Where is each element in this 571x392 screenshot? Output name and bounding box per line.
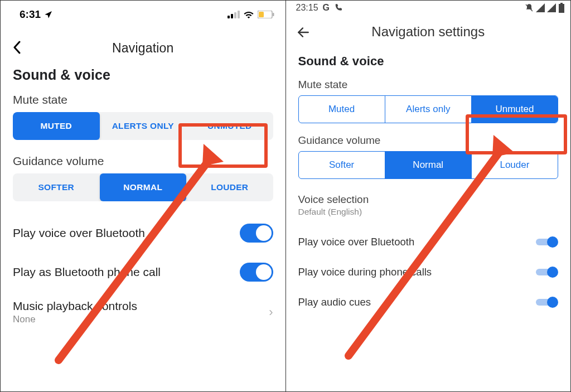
android-screen: 23:15 G Navigation settings Sound & voic…	[286, 1, 571, 391]
mute-state-label: Mute state	[1, 91, 286, 112]
page-title: Navigation	[112, 41, 174, 55]
guidance-volume-selector[interactable]: SOFTER NORMAL LOUDER	[13, 173, 273, 201]
back-button[interactable]	[13, 41, 21, 58]
bluetooth-toggle[interactable]	[240, 224, 273, 243]
row-text: Play voice over Bluetooth	[13, 226, 145, 240]
svg-marker-9	[547, 3, 556, 12]
mute-option-alerts[interactable]: ALERTS ONLY	[100, 112, 187, 140]
svg-rect-11	[560, 3, 563, 4]
voice-selection-label: Voice selection	[298, 193, 559, 206]
section-heading: Sound & voice	[286, 51, 571, 79]
svg-rect-2	[234, 12, 236, 18]
mute-state-selector[interactable]: MUTED ALERTS ONLY UNMUTED	[13, 112, 273, 140]
volume-option-softer[interactable]: Softer	[299, 152, 385, 178]
row-text: Play as Bluetooth phone call	[13, 265, 161, 279]
play-during-calls-row[interactable]: Play voice during phone calls	[286, 257, 571, 287]
music-playback-row[interactable]: Music playback controls None ›	[1, 292, 286, 333]
battery-icon	[258, 11, 274, 18]
guidance-volume-label: Guidance volume	[1, 152, 286, 173]
ios-screen: 6:31 Navigation Sound & voice Mute state…	[1, 1, 286, 391]
cell-signal-icon	[228, 11, 240, 18]
mute-state-selector[interactable]: Muted Alerts only Unmuted	[298, 95, 559, 123]
volume-option-louder[interactable]: LOUDER	[186, 173, 273, 201]
mute-option-unmuted[interactable]: Unmuted	[471, 96, 558, 123]
row-text: Play voice during phone calls	[298, 266, 432, 278]
network-icon	[536, 3, 545, 12]
svg-rect-10	[559, 4, 564, 13]
voice-selection-row[interactable]: Voice selection Default (English)	[286, 190, 571, 227]
play-audio-cues-row[interactable]: Play audio cues	[286, 287, 571, 317]
mute-icon	[525, 3, 534, 12]
svg-marker-8	[536, 3, 545, 12]
audio-cues-toggle[interactable]	[536, 297, 558, 308]
phone-icon	[334, 3, 343, 12]
play-over-bluetooth-row[interactable]: Play voice over Bluetooth	[1, 214, 286, 253]
play-as-bt-call-row[interactable]: Play as Bluetooth phone call	[1, 253, 286, 292]
row-text: Play audio cues	[298, 296, 371, 308]
music-playback-label: Music playback controls	[13, 299, 137, 313]
android-status-bar: 23:15 G	[286, 1, 571, 13]
volume-option-softer[interactable]: SOFTER	[13, 173, 100, 201]
phone-calls-toggle[interactable]	[536, 267, 558, 278]
arrow-left-icon	[296, 25, 311, 40]
volume-option-normal[interactable]: Normal	[385, 152, 471, 178]
svg-rect-5	[259, 12, 264, 17]
mute-option-alerts[interactable]: Alerts only	[385, 96, 471, 123]
bluetooth-toggle[interactable]	[536, 236, 558, 248]
row-text: Play voice over Bluetooth	[298, 236, 415, 248]
google-icon: G	[323, 3, 330, 13]
ios-status-bar: 6:31	[1, 1, 286, 24]
volume-option-normal[interactable]: NORMAL	[100, 173, 187, 201]
volume-option-louder[interactable]: Louder	[471, 152, 558, 178]
chevron-left-icon	[13, 41, 21, 54]
music-playback-value: None	[13, 314, 137, 325]
guidance-volume-label: Guidance volume	[286, 134, 571, 151]
battery-icon	[558, 3, 565, 13]
chevron-right-icon: ›	[269, 305, 273, 320]
svg-rect-3	[238, 11, 240, 18]
section-heading: Sound & voice	[1, 67, 286, 91]
location-icon	[44, 10, 53, 19]
svg-rect-1	[231, 14, 233, 18]
ios-time: 6:31	[20, 8, 41, 21]
signal-icon	[547, 3, 556, 12]
mute-option-muted[interactable]: MUTED	[13, 112, 100, 140]
page-title: Navigation settings	[371, 24, 485, 39]
wifi-icon	[243, 11, 254, 18]
guidance-volume-selector[interactable]: Softer Normal Louder	[298, 151, 559, 179]
android-time: 23:15	[296, 3, 318, 13]
back-button[interactable]	[296, 25, 311, 42]
mute-option-muted[interactable]: Muted	[299, 96, 385, 123]
play-over-bluetooth-row[interactable]: Play voice over Bluetooth	[286, 227, 571, 257]
mute-option-unmuted[interactable]: UNMUTED	[186, 112, 273, 140]
ios-nav-header: Navigation	[1, 24, 286, 67]
mute-state-label: Mute state	[286, 79, 571, 95]
voice-selection-value: Default (English)	[298, 207, 559, 217]
svg-rect-6	[273, 13, 274, 16]
android-nav-header: Navigation settings	[286, 13, 571, 51]
bt-call-toggle[interactable]	[240, 263, 273, 282]
svg-rect-0	[228, 16, 230, 18]
